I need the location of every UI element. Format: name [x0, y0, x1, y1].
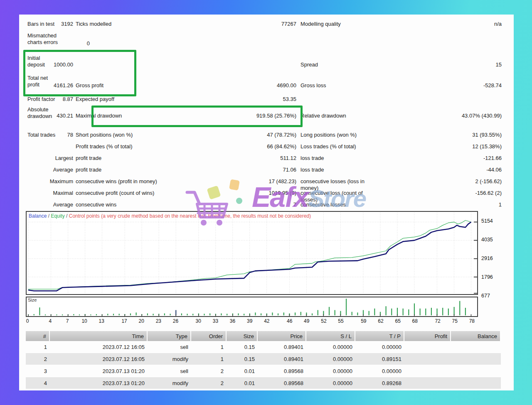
legend-item: / [65, 213, 69, 219]
x-axis-tick-label: 30 [196, 318, 201, 324]
y-axis-tick-label: 677 [481, 293, 502, 299]
table-cell: 1 [191, 353, 227, 365]
stats-row: Total net profit4161.26Gross profit4690.… [19, 75, 514, 96]
table-cell [404, 365, 451, 377]
row-label: Absolute drawdown [27, 106, 57, 120]
table-header-cell: T / P [355, 331, 404, 341]
stats-row: Absolute drawdown430.21Maximal drawdown9… [19, 106, 514, 132]
row-label: Gross profit [76, 82, 204, 89]
y-axis-tick-label: 2916 [481, 255, 502, 261]
table-cell: 0.01 [227, 377, 258, 389]
table-cell: 3 [26, 365, 50, 377]
table-cell: 0.00000 [306, 341, 355, 353]
row-value: 1000.00 [54, 61, 73, 68]
stats-row: Total trades78Short positions (won %)47 … [19, 132, 514, 143]
row-value: 430.21 [57, 113, 73, 119]
stats-row: Bars in test3192Ticks modelled77267Model… [19, 21, 514, 32]
table-cell: 0.89401 [258, 341, 306, 353]
table-cell: 4 [26, 377, 50, 389]
x-axis-tick-label: 13 [99, 318, 104, 324]
row-label-right: Average [27, 167, 73, 178]
table-cell [451, 341, 501, 353]
row-value: 15 [379, 61, 502, 68]
table-cell: 2 [191, 365, 227, 377]
x-axis-tick-label: 49 [304, 318, 309, 324]
row-label: Long positions (won %) [300, 132, 379, 138]
table-cell: 0.89568 [258, 365, 306, 377]
stats-row: Averageprofit trade71.06loss trade-44.06 [19, 167, 514, 178]
table-cell [451, 377, 501, 389]
x-axis-tick-label: 4 [49, 318, 52, 324]
table-cell: 2023.07.13 01:20 [50, 377, 148, 389]
stats-row: Profit factor8.87Expected payoff53.35 [19, 96, 514, 106]
row-label: Spread [300, 61, 379, 68]
row-label: profit trade [76, 155, 204, 162]
table-row: 32023.07.13 01:20sell20.010.895680.00000… [26, 365, 501, 377]
y-axis-tick-label: 5154 [481, 218, 502, 224]
row-value: 8.87 [63, 96, 73, 103]
table-header-cell: # [26, 331, 50, 341]
table-cell: 0.89151 [355, 353, 404, 365]
table-header-cell: Price [258, 331, 306, 341]
y-axis-tick-label: 4035 [481, 237, 502, 243]
x-axis-tick-label: 0 [26, 318, 29, 324]
x-axis-tick-label: 59 [361, 318, 366, 324]
row-label-right: Maximal [27, 190, 73, 201]
trades-table: #TimeTypeOrderSizePriceS / LT / PProfitB… [26, 331, 501, 389]
row-label: Initial deposit [27, 55, 54, 68]
row-label-right: Largest [27, 155, 73, 167]
row-label: consecutive wins [76, 201, 204, 208]
table-cell: 0.15 [227, 341, 258, 353]
table-header-cell: Type [148, 331, 191, 341]
row-value: -44.06 [379, 167, 502, 173]
row-value: 919.58 (25.76%) [204, 113, 296, 119]
table-cell: 1 [26, 341, 50, 353]
table-cell: 0.15 [227, 353, 258, 365]
x-axis-tick-label: 7 [66, 318, 69, 324]
table-header-cell: Profit [404, 331, 451, 341]
row-label: profit trade [76, 167, 204, 173]
x-axis-tick-label: 68 [412, 318, 418, 324]
row-label: Profit factor [27, 96, 55, 103]
table-cell: 2 [26, 353, 50, 365]
x-axis-tick-label: 36 [230, 318, 235, 324]
x-axis-tick-label: 52 [321, 318, 326, 324]
row-value: 7 [204, 201, 296, 208]
row-value: 4161.26 [54, 82, 73, 89]
table-cell: 0.00000 [355, 341, 404, 353]
row-value: n/a [379, 21, 502, 27]
table-header-cell: Size [227, 331, 258, 341]
chart-legend: Balance / Equity / Control points (a ver… [29, 213, 311, 219]
table-row: 12023.07.12 16:05sell10.150.894010.00000… [26, 341, 501, 353]
table-cell [451, 365, 501, 377]
table-cell [404, 341, 451, 353]
x-axis-tick-label: 65 [395, 318, 400, 324]
size-chart-label: Size [28, 297, 37, 302]
x-axis-tick-label: 20 [139, 318, 144, 324]
legend-item: Control points (a very crude method base… [69, 213, 311, 219]
x-axis-tick-label: 75 [452, 318, 458, 324]
row-label: consecutive profit (count of wins) [76, 190, 204, 196]
row-value: 0 [87, 40, 90, 47]
row-label: Total net profit [27, 75, 54, 88]
row-value: 31 (93.55%) [379, 132, 502, 138]
legend-item: / [47, 213, 51, 219]
table-cell: 0.00000 [306, 365, 355, 377]
row-label: Short positions (won %) [76, 132, 204, 138]
table-cell: 2023.07.12 16:05 [50, 353, 148, 365]
table-cell: 2 [191, 377, 227, 389]
table-cell: 0.00000 [306, 353, 355, 365]
table-header-cell: Order [191, 331, 227, 341]
table-header-cell: Time [50, 331, 148, 341]
x-axis-tick-label: 42 [264, 318, 269, 324]
row-label: loss trade [300, 167, 379, 173]
stats-row: Maximumconsecutive wins (profit in money… [19, 178, 514, 190]
row-label: Relative drawdown [300, 113, 379, 119]
row-value: 3192 [61, 21, 73, 27]
row-value: -156.62 (2) [379, 190, 502, 196]
stats-section: Bars in test3192Ticks modelled77267Model… [19, 21, 514, 213]
x-axis-tick-label: 46 [287, 318, 292, 324]
size-chart: Size [26, 297, 478, 317]
stats-row: Profit trades (% of total)66 (84.62%)Los… [19, 143, 514, 155]
table-cell: modify [148, 353, 191, 365]
